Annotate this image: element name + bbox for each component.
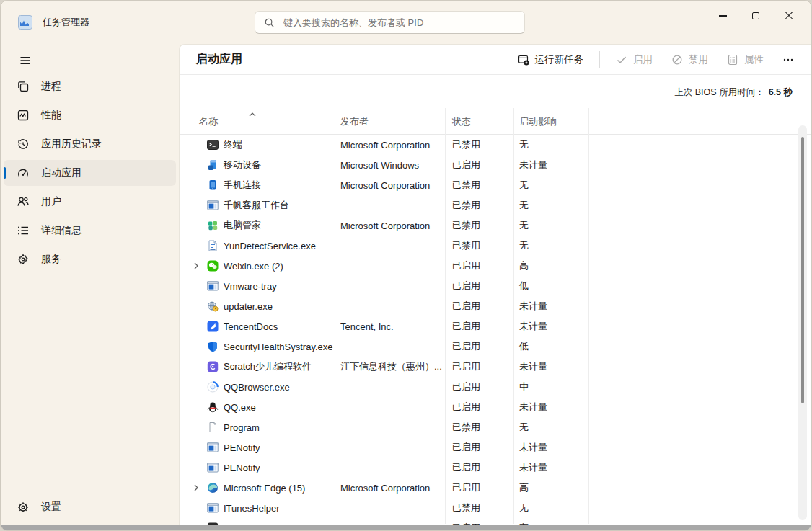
maximize-button[interactable] xyxy=(739,2,772,30)
sidebar-item-label: 详细信息 xyxy=(41,224,81,237)
status-cell: 已禁用 xyxy=(445,199,513,212)
table-row[interactable]: updater.exe 已启用 未计量 xyxy=(180,296,811,316)
table-row[interactable]: Microsoft Edge (15) Microsoft Corporatio… xyxy=(180,478,811,498)
check-icon xyxy=(616,54,627,66)
name-cell: 手机连接 xyxy=(180,179,335,192)
table-row[interactable]: 终端 Microsoft Corporation 已禁用 无 xyxy=(180,135,811,155)
table-row[interactable]: Weixin.exe (2) 已启用 高 xyxy=(180,256,811,276)
impact-cell: 未计量 xyxy=(513,159,588,171)
ellipsis-icon xyxy=(782,54,794,66)
app-name: PENotify xyxy=(224,463,260,473)
search-input[interactable] xyxy=(282,17,516,29)
appwin-app-icon xyxy=(207,280,219,292)
status-cell: 已启用 xyxy=(445,380,513,393)
search-icon xyxy=(264,17,275,28)
app-identity: 任务管理器 xyxy=(18,15,89,30)
table-row[interactable]: TencentDocs Tencent, Inc. 已启用 未计量 xyxy=(180,316,811,336)
name-cell: QQBrowser.exe xyxy=(180,381,335,393)
vertical-scrollbar[interactable] xyxy=(798,125,807,520)
more-options-button[interactable] xyxy=(775,50,801,70)
column-header-publisher[interactable]: 发布者 xyxy=(335,108,445,134)
toolbar: 运行新任务 启用 禁用 属性 xyxy=(511,45,802,74)
sidebar-item-settings[interactable]: 设置 xyxy=(4,494,176,520)
table-row[interactable]: Scratch少儿编程软件 江下信息科技（惠州）... 已启用 未计量 xyxy=(180,357,811,377)
status-cell: 已启用 xyxy=(445,259,513,272)
name-cell: 移动设备 xyxy=(180,159,335,171)
column-header-impact[interactable]: 启动影响 xyxy=(513,108,588,134)
column-header-status[interactable]: 状态 xyxy=(445,108,513,134)
sidebar-item-startup-apps[interactable]: 启动应用 xyxy=(4,160,176,186)
horizontal-scrollbar[interactable] xyxy=(1,525,811,530)
name-cell: PENotify xyxy=(180,442,335,453)
app-name: Vmware-tray xyxy=(224,281,277,292)
table-row[interactable]: 电脑管家 Microsoft Corporation 已禁用 无 xyxy=(180,215,811,236)
appwin-app-icon xyxy=(207,442,219,453)
table-row[interactable]: 移动设备 Microsoft Windows 已启用 未计量 xyxy=(180,155,811,175)
expand-chevron-icon xyxy=(193,403,207,411)
app-name: 电脑管家 xyxy=(224,219,261,232)
app-name: TencentDocs xyxy=(224,321,278,332)
search-box[interactable] xyxy=(255,11,525,34)
table-row[interactable]: QQBrowser.exe 已启用 中 xyxy=(180,377,811,397)
app-name: 终端 xyxy=(224,138,242,151)
properties-button[interactable]: 属性 xyxy=(720,49,771,71)
globe-app-icon xyxy=(207,300,219,312)
app-name: updater.exe xyxy=(224,301,273,312)
table-row[interactable]: PENotify 已启用 未计量 xyxy=(180,458,811,478)
name-cell: Vmware-tray xyxy=(180,280,335,292)
close-button[interactable] xyxy=(772,2,806,30)
sort-ascending-icon xyxy=(249,112,256,117)
sidebar-item-details[interactable]: 详细信息 xyxy=(4,218,176,244)
run-new-task-button[interactable]: 运行新任务 xyxy=(511,49,591,71)
history-icon xyxy=(17,138,30,151)
appwin-app-icon xyxy=(207,502,219,514)
bios-time-value: 6.5 秒 xyxy=(769,87,793,97)
name-cell: 终端 xyxy=(180,138,335,151)
table-row[interactable]: 千帆客服工作台 已禁用 无 xyxy=(180,195,811,215)
name-cell: Weixin.exe (2) xyxy=(180,260,335,272)
gear-icon xyxy=(17,501,30,514)
table-row[interactable]: YunDetectService.exe 已禁用 无 xyxy=(180,236,811,256)
impact-cell: 未计量 xyxy=(513,320,588,333)
table-row[interactable]: ITunesHelper 已禁用 无 xyxy=(180,498,811,518)
table-row[interactable]: Vmware-tray 已启用 低 xyxy=(180,276,811,296)
enable-button[interactable]: 启用 xyxy=(609,49,660,71)
expand-chevron-icon[interactable] xyxy=(193,484,207,491)
vertical-scrollbar-thumb[interactable] xyxy=(801,137,804,403)
sidebar-item-app-history[interactable]: 应用历史记录 xyxy=(4,131,176,157)
expand-chevron-icon xyxy=(193,161,207,169)
sidebar-item-performance[interactable]: 性能 xyxy=(4,102,176,128)
sidebar-item-label: 性能 xyxy=(41,109,61,122)
menu-toggle-button[interactable] xyxy=(12,48,38,73)
expand-chevron-icon[interactable] xyxy=(193,262,207,269)
table-row[interactable]: QQ.exe 已启用 未计量 xyxy=(180,397,811,417)
column-label: 启动影响 xyxy=(519,115,557,128)
sidebar-item-services[interactable]: 服务 xyxy=(4,246,176,272)
table-row[interactable]: Program 已禁用 无 xyxy=(180,417,811,437)
table-header: 名称 发布者 状态 启动影响 xyxy=(180,108,811,135)
disable-button[interactable]: 禁用 xyxy=(664,49,715,71)
app-name: 千帆客服工作台 xyxy=(224,199,289,212)
minimize-button[interactable] xyxy=(706,2,739,30)
impact-cell: 高 xyxy=(513,481,588,494)
column-header-name[interactable]: 名称 xyxy=(180,108,335,134)
table-row[interactable]: PENotify 已启用 未计量 xyxy=(180,437,811,458)
task-manager-window: 任务管理器 进程 性能 应用历史记录 启动应用 xyxy=(0,0,812,531)
name-cell: 电脑管家 xyxy=(180,219,335,232)
table-row[interactable]: 手机连接 Microsoft Corporation 已禁用 无 xyxy=(180,175,811,195)
expand-chevron-icon xyxy=(193,182,207,189)
status-cell: 已启用 xyxy=(445,481,513,494)
page-title: 启动应用 xyxy=(196,45,242,74)
docblue-app-icon xyxy=(207,240,219,251)
table-row[interactable]: SecurityHealthSystray.exe 已启用 低 xyxy=(180,336,811,357)
impact-cell: 无 xyxy=(513,421,588,434)
bios-time: 上次 BIOS 所用时间：6.5 秒 xyxy=(674,86,793,99)
status-cell: 已启用 xyxy=(445,320,513,333)
status-cell: 已启用 xyxy=(445,441,513,454)
sidebar-item-processes[interactable]: 进程 xyxy=(4,73,176,99)
impact-cell: 未计量 xyxy=(513,300,588,313)
run-new-task-label: 运行新任务 xyxy=(535,53,584,66)
sidebar-item-users[interactable]: 用户 xyxy=(4,189,176,215)
app-name: ITunesHelper xyxy=(224,503,280,514)
status-cell: 已禁用 xyxy=(445,179,513,192)
